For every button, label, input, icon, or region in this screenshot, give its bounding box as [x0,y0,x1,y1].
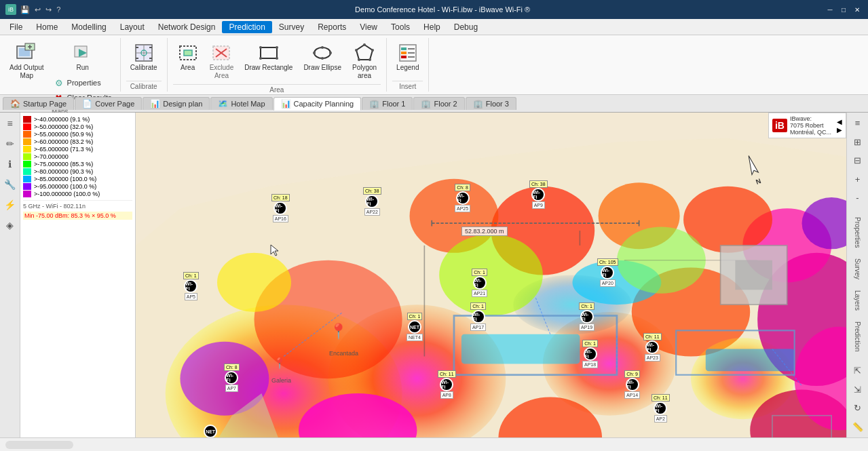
status-scroll[interactable] [5,441,73,449]
tab-startup-page-label: Startup Page [23,100,67,108]
exclude-area-button[interactable]: ExcludeArea [206,39,238,83]
ribbon-group-calibrate: Calibrate Calibrate [121,38,168,92]
ap-marker-ap14[interactable]: Ch: 9 Wi-Fi AP14 [624,370,640,399]
ap21-ch: Ch: 1 [472,269,487,276]
ap17-label: AP17 [470,323,486,331]
right-icon-zoom-out[interactable]: - [849,190,867,206]
ap-marker-ap8[interactable]: Ch: 11 Wi-Fi AP8 [438,370,456,399]
right-icon-zoom-in[interactable]: + [849,172,867,188]
ap-marker-ap21[interactable]: Ch: 1 Wi-Fi AP21 [472,269,487,297]
right-icon-scale-in[interactable]: ⇱ [849,363,867,379]
tab-hotel-map[interactable]: 🗺️ Hotel Map [210,97,272,110]
ap-marker-ap20[interactable]: Ch: 105 Wi-Fi AP20 [597,258,618,287]
area-button[interactable]: Area [173,39,203,75]
measure-label: 52.83.2.000 m [461,227,508,236]
run-button[interactable]: Run [51,39,115,75]
right-icon-1[interactable]: ≡ [849,115,867,132]
legend-item: >-60.000000 (83.2 %) [23,138,132,145]
svg-rect-20 [261,47,277,58]
menu-network-design[interactable]: Network Design [151,21,223,33]
ap-marker-ap2[interactable]: Ch: 11 Wi-Fi AP2 [652,394,670,423]
draw-rectangle-button[interactable]: Draw Rectangle [240,39,297,75]
add-output-map-label: Add OutputMap [10,64,44,80]
add-output-map-icon [16,42,37,64]
menu-file[interactable]: File [3,21,29,33]
pin-galeria[interactable]: 📍 [273,357,286,370]
menu-modelling[interactable]: Modelling [64,21,113,33]
ap7-body: Wi-Fi [225,371,238,385]
menu-debug[interactable]: Debug [447,21,485,33]
ap-marker-ap22[interactable]: Ch: 38 Wi-Fi AP22 [363,187,381,216]
menu-bar: File Home Modelling Layout Network Desig… [0,19,868,35]
sidebar-edit-icon[interactable]: ✏ [2,136,18,152]
svg-point-21 [259,46,262,49]
polygon-area-button[interactable]: Polygonarea [348,39,381,83]
properties-button[interactable]: ⚙ Properties [51,76,115,90]
window-title: Demo Conference Hotel - Wi-Fi.ibw - iBwa… [60,5,825,14]
ap9-body: Wi-Fi [531,188,545,201]
tab-floor-1[interactable]: 🏢 Floor 1 [362,97,413,110]
ap-marker-ap23[interactable]: Ch: 11 Wi-Fi AP23 [643,333,662,361]
menu-prediction[interactable]: Prediction [222,21,271,33]
sidebar-systems-icon[interactable]: ⚡ [2,197,18,213]
tab-floor-3[interactable]: 🏢 Floor 3 [466,97,516,110]
pin-encantada[interactable]: 📍 [329,323,347,340]
svg-rect-38 [401,52,407,54]
calibrate-button[interactable]: Calibrate [126,39,162,75]
menu-layout[interactable]: Layout [113,21,151,33]
right-label-prediction[interactable]: Prediction [852,316,863,357]
draw-rectangle-icon [258,42,280,64]
sidebar-parts-icon[interactable]: ◈ [2,217,18,233]
menu-view[interactable]: View [353,21,384,33]
menu-survey[interactable]: Survey [272,21,311,33]
right-icon-3[interactable]: ⊟ [849,153,867,169]
ap-marker-ap16[interactable]: Ch: 18 Wi-Fi AP16 [271,194,290,222]
sidebar-info-icon[interactable]: ℹ [2,156,18,172]
ap-marker-ap9[interactable]: Ch: 38 Wi-Fi AP9 [529,180,548,209]
menu-home[interactable]: Home [29,21,64,33]
minimize-btn[interactable]: ─ [825,4,835,15]
ap-marker-ap19[interactable]: Ch: 1 Wi-Fi AP19 [579,302,595,331]
add-output-map-button[interactable]: Add OutputMap [5,39,48,83]
legend-panel: >-40.000000 (9.1 %)>-50.000000 (32.0 %)>… [20,113,136,437]
ap-marker-net4[interactable]: Ch: 1 NET NET4 [407,313,423,341]
ap-marker-ap25[interactable]: Ch: 8 Wi-Fi AP25 [455,184,470,212]
ap7-ch: Ch: 8 [224,364,240,371]
ap-marker-nep2[interactable]: NET NEP2 [202,425,219,437]
close-btn[interactable]: ✕ [852,4,863,15]
ap5-ch: Ch: 1 [183,272,199,279]
logo-expand-btn[interactable]: ▶ [837,126,842,134]
menu-tools[interactable]: Tools [384,21,417,33]
tab-cover-page[interactable]: 📄 Cover Page [75,97,142,110]
ap-marker-ap17[interactable]: Ch: 1 Wi-Fi AP17 [470,302,486,331]
right-label-layers[interactable]: Layers [852,285,863,316]
ribbon: Add OutputMap Run ⚙ Properties [0,35,868,95]
svg-point-29 [321,57,324,60]
tab-design-plan[interactable]: 📊 Design plan [143,97,210,110]
map-area[interactable]: 52.83.2.000 m N Ch: 18 Wi-Fi AP16 Ch: 38… [136,113,846,437]
right-icon-rotate[interactable]: ↻ [849,400,867,416]
ap-marker-ap7[interactable]: Ch: 8 Wi-Fi AP7 [224,364,240,392]
logo-collapse-btn[interactable]: ◀ [837,118,842,125]
right-label-properties[interactable]: Properties [852,212,863,254]
ap8-label: AP8 [440,391,453,399]
menu-reports[interactable]: Reports [311,21,353,33]
tab-startup-page[interactable]: 🏠 Startup Page [3,97,74,110]
right-icon-ruler[interactable]: 📏 [849,418,867,435]
sidebar-tools-icon[interactable]: 🔧 [2,176,18,193]
menu-help[interactable]: Help [417,21,447,33]
draw-ellipse-button[interactable]: Draw Ellipse [299,39,345,75]
legend-button[interactable]: Legend [392,39,423,75]
right-icon-2[interactable]: ⊞ [849,134,867,151]
maximize-btn[interactable]: □ [838,4,849,15]
right-label-survey[interactable]: Survey [852,253,863,285]
ap-marker-ap18[interactable]: Ch: 1 Wi-Fi AP18 [582,340,598,368]
right-icon-scale-out[interactable]: ⇲ [849,381,867,397]
tab-capacity-planning[interactable]: 📊 Capacity Planning [273,97,362,111]
sidebar-plans-icon[interactable]: ≡ [2,115,18,132]
tab-floor-2[interactable]: 🏢 Floor 2 [413,97,464,110]
ap19-body: Wi-Fi [580,310,594,323]
window-controls[interactable]: ─ □ ✕ [825,4,863,15]
ap-marker-ap5[interactable]: Ch: 1 Wi-Fi AP5 [183,272,199,300]
area-label: Area [181,64,195,72]
